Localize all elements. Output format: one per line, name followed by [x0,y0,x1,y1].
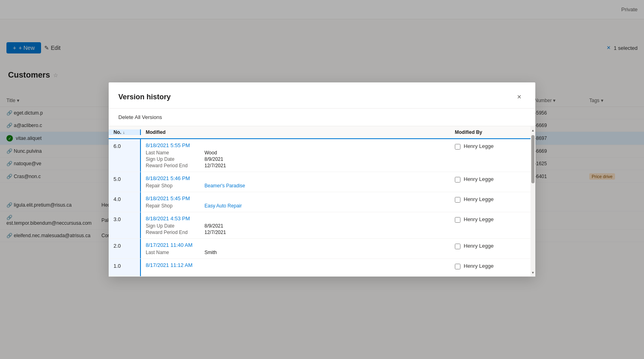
version-change-row: Reward Period End12/7/2021 [146,230,445,235]
version-changes: Repair ShopBeamer's Paradise [146,183,445,189]
change-value[interactable]: Easy Auto Repair [204,203,242,209]
modal-close-button[interactable]: × [513,90,526,103]
modified-by-name: Henry Legge [464,196,493,202]
version-modified-by-cell: Henry Legge [450,172,530,192]
version-row: 5.08/18/2021 5:46 PMRepair ShopBeamer's … [109,172,530,192]
version-change-row: Repair ShopEasy Auto Repair [146,203,445,209]
change-value[interactable]: Beamer's Paradise [204,183,245,189]
version-date[interactable]: 8/18/2021 5:55 PM [146,142,445,148]
version-change-row: Repair ShopBeamer's Paradise [146,183,445,189]
scroll-up-arrow[interactable]: ▲ [530,127,535,133]
change-field: Repair Shop [146,183,198,189]
modal-header: Version history × [109,82,535,109]
version-modified-by-cell: Henry Legge [450,259,530,276]
change-field: Reward Period End [146,163,198,168]
version-content-cell: 8/17/2021 11:40 AMLast NameSmith [141,239,450,258]
version-history-modal: Version history × Delete All Versions No… [109,82,535,277]
change-value: Wood [204,150,217,156]
change-value: Smith [204,250,217,255]
version-change-row: Last NameWood [146,150,445,156]
col-modified-by-header[interactable]: Modified By [450,129,530,135]
version-date[interactable]: 8/18/2021 5:45 PM [146,195,445,201]
change-field: Last Name [146,150,198,156]
version-number-cell: 4.0 [109,192,141,212]
modal-overlay: Version history × Delete All Versions No… [0,0,644,359]
version-table: No. ↓ Modified Modified By 6.08/18/2021 … [109,126,530,277]
change-field: Sign Up Date [146,156,198,162]
version-number-cell: 2.0 [109,239,141,258]
delete-all-versions-button[interactable]: Delete All Versions [118,113,162,122]
version-modified-by-cell: Henry Legge [450,239,530,258]
sort-icon: ↓ [123,130,125,135]
version-table-header: No. ↓ Modified Modified By [109,126,530,139]
version-content-cell: 8/18/2021 5:46 PMRepair ShopBeamer's Par… [141,172,450,192]
modal-scrollbar: ▲ ▼ [530,126,535,277]
version-modified-by-cell: Henry Legge [450,139,530,172]
change-value: 8/9/2021 [204,156,223,162]
version-content-cell: 8/18/2021 4:53 PMSign Up Date8/9/2021Rew… [141,212,450,238]
version-number-cell: 5.0 [109,172,141,192]
modal-title: Version history [118,93,171,101]
version-select-checkbox[interactable] [455,177,460,183]
col-modified-header[interactable]: Modified [141,129,450,135]
col-no-header[interactable]: No. ↓ [109,129,141,135]
modified-by-name: Henry Legge [464,263,493,269]
version-change-row: Sign Up Date8/9/2021 [146,223,445,229]
modal-body: No. ↓ Modified Modified By 6.08/18/2021 … [109,126,535,277]
version-select-checkbox[interactable] [455,264,460,269]
version-date[interactable]: 8/18/2021 5:46 PM [146,175,445,181]
modal-toolbar: Delete All Versions [109,109,535,126]
version-change-row: Sign Up Date8/9/2021 [146,156,445,162]
version-number-cell: 3.0 [109,212,141,238]
scrollbar-thumb[interactable] [531,135,535,183]
version-modified-by-cell: Henry Legge [450,212,530,238]
version-date[interactable]: 8/17/2021 11:40 AM [146,242,445,248]
change-field: Reward Period End [146,230,198,235]
change-value: 12/7/2021 [204,230,226,235]
version-number-cell: 6.0 [109,139,141,172]
change-field: Repair Shop [146,203,198,209]
version-row: 2.08/17/2021 11:40 AMLast NameSmithHenry… [109,239,530,259]
version-select-checkbox[interactable] [455,244,460,249]
version-modified-by-cell: Henry Legge [450,192,530,212]
version-change-row: Reward Period End12/7/2021 [146,163,445,168]
version-row: 4.08/18/2021 5:45 PMRepair ShopEasy Auto… [109,192,530,212]
version-row: 1.08/17/2021 11:12 AMHenry Legge [109,259,530,277]
modified-by-name: Henry Legge [464,243,493,249]
version-select-checkbox[interactable] [455,197,460,203]
version-changes: Sign Up Date8/9/2021Reward Period End12/… [146,223,445,235]
version-date[interactable]: 8/18/2021 4:53 PM [146,215,445,222]
version-select-checkbox[interactable] [455,217,460,223]
change-value: 8/9/2021 [204,223,223,229]
change-field: Sign Up Date [146,223,198,229]
modified-by-name: Henry Legge [464,143,493,149]
modified-by-name: Henry Legge [464,176,493,182]
modified-by-name: Henry Legge [464,216,493,222]
version-changes: Last NameWoodSign Up Date8/9/2021Reward … [146,150,445,168]
version-date[interactable]: 8/17/2021 11:12 AM [146,262,445,268]
version-number-cell: 1.0 [109,259,141,276]
version-content-cell: 8/18/2021 5:55 PMLast NameWoodSign Up Da… [141,139,450,172]
change-value: 12/7/2021 [204,163,226,168]
version-select-checkbox[interactable] [455,144,460,150]
version-change-row: Last NameSmith [146,250,445,255]
version-content-cell: 8/17/2021 11:12 AM [141,259,450,276]
scroll-down-arrow[interactable]: ▼ [530,269,535,276]
version-content-cell: 8/18/2021 5:45 PMRepair ShopEasy Auto Re… [141,192,450,212]
version-changes: Repair ShopEasy Auto Repair [146,203,445,209]
version-row: 3.08/18/2021 4:53 PMSign Up Date8/9/2021… [109,212,530,239]
version-changes: Last NameSmith [146,250,445,255]
change-field: Last Name [146,250,198,255]
version-row: 6.08/18/2021 5:55 PMLast NameWoodSign Up… [109,139,530,172]
version-rows-container: 6.08/18/2021 5:55 PMLast NameWoodSign Up… [109,139,530,277]
